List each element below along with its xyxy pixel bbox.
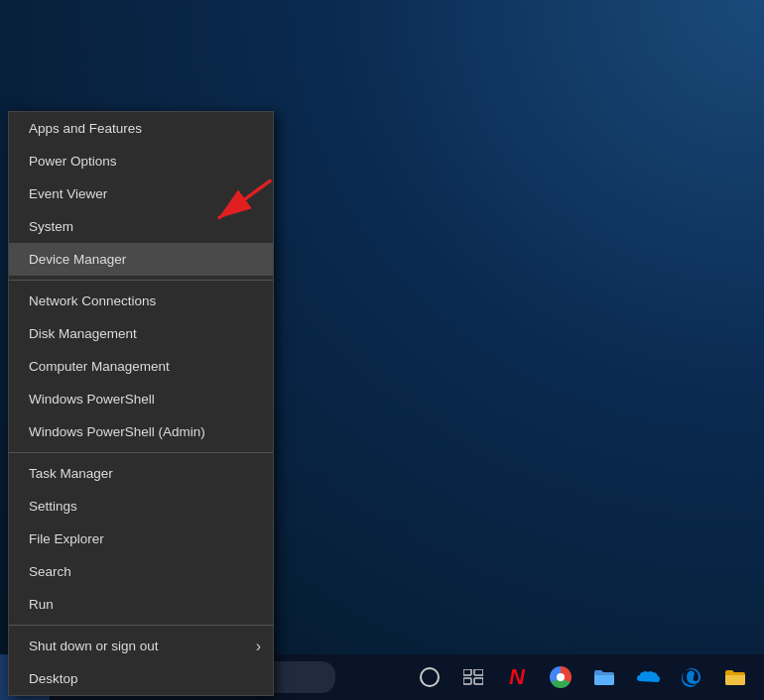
menu-item-disk-management[interactable]: Disk Management bbox=[9, 317, 273, 350]
onedrive-button[interactable] bbox=[627, 654, 669, 700]
menu-item-file-explorer[interactable]: File Explorer bbox=[9, 523, 273, 555]
taskbar-icons: N bbox=[409, 654, 764, 700]
menu-item-search[interactable]: Search bbox=[9, 555, 273, 588]
menu-item-computer-management[interactable]: Computer Management bbox=[9, 350, 273, 383]
menu-item-power-options[interactable]: Power Options bbox=[9, 145, 273, 177]
cortana-icon bbox=[420, 667, 440, 687]
menu-item-desktop[interactable]: Desktop bbox=[9, 662, 273, 695]
menu-item-powershell[interactable]: Windows PowerShell bbox=[9, 383, 273, 415]
menu-item-network-connections[interactable]: Network Connections bbox=[9, 285, 273, 317]
task-view-button[interactable] bbox=[452, 654, 494, 700]
menu-item-settings[interactable]: Settings bbox=[9, 490, 273, 523]
chrome-button[interactable] bbox=[540, 654, 581, 700]
menu-item-device-manager[interactable]: Device Manager bbox=[9, 243, 273, 276]
desktop: Apps and Features Power Options Event Vi… bbox=[0, 0, 764, 700]
context-menu: Apps and Features Power Options Event Vi… bbox=[8, 111, 274, 696]
edge-button[interactable] bbox=[671, 654, 712, 700]
netflix-button[interactable]: N bbox=[496, 654, 538, 700]
menu-item-task-manager[interactable]: Task Manager bbox=[9, 457, 273, 490]
menu-item-system[interactable]: System bbox=[9, 210, 273, 243]
folder-button[interactable] bbox=[714, 654, 756, 700]
menu-item-run[interactable]: Run bbox=[9, 588, 273, 621]
chrome-icon bbox=[550, 666, 572, 688]
divider-1 bbox=[9, 280, 273, 281]
yellow-folder-icon bbox=[724, 668, 746, 686]
task-view-icon bbox=[463, 669, 483, 685]
folder-icon bbox=[593, 668, 615, 686]
menu-item-shutdown[interactable]: Shut down or sign out bbox=[9, 630, 273, 662]
cortana-button[interactable] bbox=[409, 654, 450, 700]
svg-rect-2 bbox=[463, 669, 471, 675]
menu-item-apps-features[interactable]: Apps and Features bbox=[9, 112, 273, 145]
menu-item-powershell-admin[interactable]: Windows PowerShell (Admin) bbox=[9, 415, 273, 448]
svg-rect-4 bbox=[463, 678, 471, 684]
cloud-icon bbox=[636, 669, 660, 685]
svg-rect-3 bbox=[474, 669, 483, 675]
divider-2 bbox=[9, 452, 273, 453]
netflix-icon: N bbox=[509, 664, 525, 690]
menu-item-event-viewer[interactable]: Event Viewer bbox=[9, 177, 273, 210]
edge-icon bbox=[681, 666, 702, 688]
file-explorer-button[interactable] bbox=[583, 654, 625, 700]
divider-3 bbox=[9, 625, 273, 626]
svg-rect-5 bbox=[474, 678, 483, 684]
